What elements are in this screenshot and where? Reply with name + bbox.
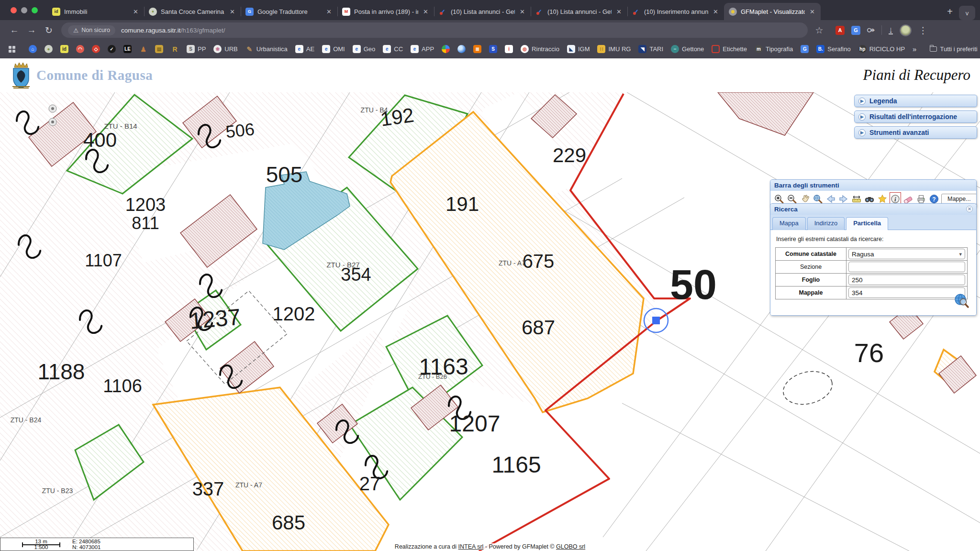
bookmark-label: IGM [578,45,590,53]
bookmark-label: Rintraccio [532,45,559,53]
comune-catastale-select[interactable]: Ragusa▾ [848,249,965,259]
intea-link[interactable]: INTEA srl [458,543,484,550]
bookmark-item-urb[interactable]: ❀URB [210,45,241,53]
window-controls[interactable] [0,0,47,20]
bookmark-item-imu-rg[interactable]: ∷IMU RG [593,45,635,53]
tab-close-icon[interactable]: ✕ [132,8,139,15]
bookmark-favicon: ∷ [597,45,605,53]
map-canvas[interactable]: 400ZTU - B1450650512038111107ZTU - B2735… [0,92,980,551]
bookmark-item-cc[interactable]: eCC [379,45,407,53]
toolbar-panel-title[interactable]: Barra degli strumenti [770,180,976,191]
bookmark-item-geo[interactable]: eGeo [349,45,379,53]
bookmark-item-5[interactable]: ◠ [72,45,88,53]
browser-menu-icon[interactable]: ⋮ [918,25,927,36]
close-window-button[interactable] [11,7,17,13]
bookmark-item-11[interactable]: R [167,45,183,53]
bookmark-item-22[interactable]: ≣ [469,45,485,53]
address-bar[interactable]: ⚠Non sicuro comune.ragusa.sitr.it/h163/g… [61,22,808,38]
ragusa-coat-of-arms [11,62,32,89]
bookmark-item-21[interactable] [454,45,469,53]
tab-close-icon[interactable]: ✕ [615,8,623,15]
accordion-legenda[interactable]: ▶Legenda [854,95,977,107]
close-icon[interactable]: ✕ [966,206,973,212]
tab-close-icon[interactable]: ✕ [712,8,719,15]
bookmark-item-32[interactable]: G [797,45,813,53]
bookmark-item-23[interactable]: S [485,45,501,53]
translate-extension-icon[interactable]: G [851,26,860,35]
browser-tab-1[interactable]: idImmobili✕ [47,3,144,20]
browser-tab-2[interactable]: ●Santa Croce Camerina - Cas✕ [144,3,241,20]
bookmark-item-4[interactable]: id [56,45,72,53]
all-bookmarks-folder[interactable]: Tutti i preferiti [926,45,980,53]
browser-tab-7[interactable]: ✓(10) Inserimento annuncio -✕ [627,3,724,20]
browser-tab-8[interactable]: GFMaplet - Visualizzatore c✕ [724,3,821,20]
tab-search-chevron[interactable]: v [959,6,975,20]
foglio-input[interactable] [848,275,965,285]
tab-close-icon[interactable]: ✕ [422,8,429,15]
parcel-number: 50 [670,261,717,308]
browser-tab-3[interactable]: GGoogle Traduttore✕ [241,3,337,20]
sezione-input[interactable] [848,262,965,272]
apps-grid-icon[interactable] [5,46,19,53]
new-tab-button[interactable]: + [943,4,957,19]
bookmark-item-7[interactable]: ✓ [104,45,120,53]
bookmark-item-gettone[interactable]: –Gettone [667,45,708,53]
mappale-input[interactable] [848,287,965,298]
bookmark-item-10[interactable]: ▤ [151,45,167,53]
bookmark-favicon: ▤ [155,45,163,53]
bookmark-item-2[interactable]: ⌂ [25,45,41,53]
search-button[interactable] [953,292,969,310]
bookmark-item-24[interactable]: i [501,45,517,53]
bookmark-item-pp[interactable]: SPP [183,45,210,53]
bookmark-favicon: e [353,45,361,53]
bookmark-item-riciclo-hp[interactable]: hpRICICLO HP [855,45,909,53]
bookmark-item-9[interactable]: ♟ [135,45,151,53]
browser-tab-6[interactable]: ✓(10) Lista annunci - Getrix✕ [531,3,627,20]
bookmark-item-omi[interactable]: eOMI [318,45,349,53]
bookmark-favicon [457,45,466,53]
parcel-number: 354 [341,264,371,285]
bookmark-item-tipografia[interactable]: mTipografia [751,45,797,53]
bookmark-star-icon[interactable]: ☆ [811,25,828,36]
bookmark-item-6[interactable]: ◇ [88,45,104,53]
tab-close-icon[interactable]: ✕ [809,8,816,15]
accordion-risultati-dell-interrogazione[interactable]: ▶Risultati dell'interrogazione [854,110,977,123]
bookmark-item-serafino[interactable]: B.Serafino [813,45,854,53]
bookmarks-overflow-chevron[interactable]: » [909,45,920,53]
bookmark-item-urbanistica[interactable]: ✎Urbanistica [242,45,291,53]
browser-tab-5[interactable]: ✓(10) Lista annunci - Getrix✕ [434,3,531,20]
ricerca-panel-title[interactable]: Ricerca ✕ [770,204,976,215]
acrobat-extension-icon[interactable]: A [835,26,845,35]
bookmark-label: Urbanistica [256,45,288,53]
ricerca-tab-indirizzo[interactable]: Indirizzo [807,217,845,230]
forward-button[interactable]: → [23,25,40,35]
bookmark-item-ae[interactable]: eAE [291,45,318,53]
tab-close-icon[interactable]: ✕ [229,8,236,15]
bookmark-item-20[interactable] [438,45,454,53]
profile-avatar[interactable] [900,24,912,36]
back-button[interactable]: ← [6,25,23,35]
minimize-window-button[interactable] [21,7,27,13]
accordion-strumenti-avanzati[interactable]: ▶Strumenti avanzati [854,126,977,139]
zoom-window-button[interactable] [32,7,38,13]
bookmark-item-etichette[interactable]: Etichette [708,45,751,53]
bookmark-item-3[interactable]: ● [41,45,56,53]
tab-close-icon[interactable]: ✕ [519,8,526,15]
url-text: comune.ragusa.sitr.it/h163/gfmaplet/ [121,27,225,34]
reload-button[interactable]: ↻ [40,25,57,36]
extensions-puzzle-icon[interactable]: ⚩ [867,25,875,36]
mappe-button[interactable]: Mappe... [941,194,977,204]
bookmark-item-igm[interactable]: ◣IGM [563,45,594,53]
tab-close-icon[interactable]: ✕ [325,8,333,15]
bookmark-item-rintraccio[interactable]: ◎Rintraccio [517,45,563,53]
bookmark-item-app[interactable]: eAPP [407,45,438,53]
expand-arrow-icon: ▶ [858,113,866,121]
ricerca-tab-mappa[interactable]: Mappa [772,217,806,230]
browser-tab-4[interactable]: MPosta in arrivo (189) - info@✕ [337,3,434,20]
bookmark-item-8[interactable]: LE [120,45,135,53]
downloads-icon[interactable]: ↓ [889,26,893,34]
ricerca-tab-particella[interactable]: Particella [846,217,888,230]
globo-link[interactable]: GLOBO srl [556,543,585,550]
bookmark-item-tari[interactable]: ◥TARI [635,45,667,53]
security-chip[interactable]: ⚠Non sicuro [68,25,115,35]
